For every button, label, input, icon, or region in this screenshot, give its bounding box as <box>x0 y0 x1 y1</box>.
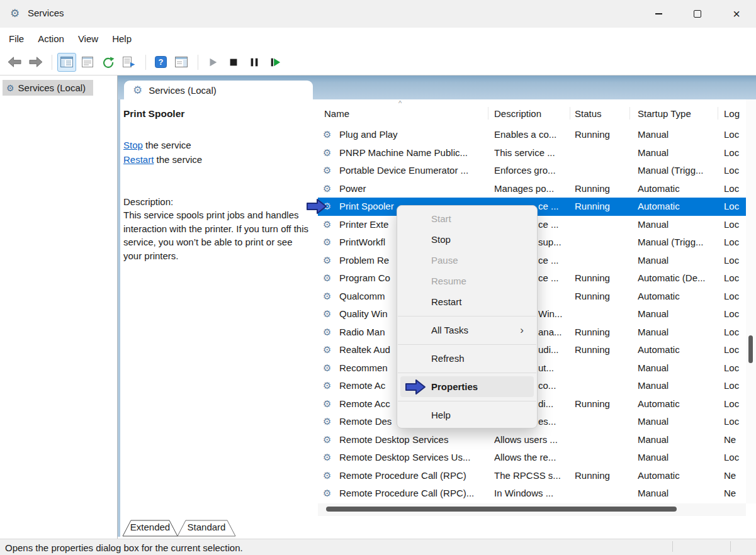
pause-service-button[interactable] <box>245 53 264 72</box>
service-row[interactable]: ⚙Plug and PlayEnables a co...RunningManu… <box>318 126 746 144</box>
vertical-scrollbar-thumb[interactable] <box>748 335 753 363</box>
context-menu-item-help[interactable]: Help <box>400 405 534 425</box>
console-tree-icon <box>60 57 73 67</box>
column-divider[interactable] <box>570 107 570 120</box>
show-hide-console-tree-button[interactable] <box>57 53 76 72</box>
service-status: Running <box>575 323 633 342</box>
column-divider[interactable] <box>718 107 718 120</box>
service-logon: Loc <box>724 323 748 342</box>
service-startup-type: Manual <box>638 431 721 449</box>
restart-service-button[interactable] <box>266 53 285 72</box>
gear-icon: ⚙ <box>323 395 331 413</box>
service-status <box>575 144 633 162</box>
menubar-item-action[interactable]: Action <box>31 33 71 44</box>
gear-icon: ⚙ <box>323 233 331 252</box>
column-header-log[interactable]: Log <box>724 99 740 125</box>
toolbar-divider <box>52 55 52 70</box>
properties-toolbar-button[interactable] <box>78 53 97 72</box>
service-status <box>575 485 633 503</box>
service-row[interactable]: ⚙PowerManages po...RunningAutomaticLoc <box>318 180 746 198</box>
service-description: Enables a co... <box>494 126 572 144</box>
action-pane-icon <box>175 57 188 67</box>
forward-arrow-icon <box>28 55 43 69</box>
column-divider[interactable] <box>488 107 488 120</box>
restart-service-link[interactable]: Restart <box>123 154 154 165</box>
forward-button[interactable] <box>26 53 45 72</box>
service-status <box>575 413 633 431</box>
tree-item-services-local[interactable]: ⚙ Services (Local) <box>3 80 93 96</box>
properties-window-icon <box>81 57 94 67</box>
service-row[interactable]: ⚙Remote Procedure Call (RPC)The RPCSS s.… <box>318 467 746 485</box>
service-startup-type: Manual (Trigg... <box>638 162 721 180</box>
service-logon: Loc <box>724 216 748 234</box>
main-header-title: Services (Local) <box>149 85 217 96</box>
service-startup-type: Automatic <box>638 288 721 306</box>
column-header-description[interactable]: Description <box>494 99 541 125</box>
tab-extended[interactable]: Extended <box>123 522 178 532</box>
gear-icon: ⚙ <box>323 252 331 270</box>
stop-icon <box>228 57 239 68</box>
service-startup-type: Manual <box>638 413 721 431</box>
gear-icon: ⚙ <box>323 449 331 467</box>
service-name: Plug and Play <box>339 126 490 144</box>
service-row[interactable]: ⚙Remote Desktop ServicesAllows users ...… <box>318 431 746 449</box>
column-divider[interactable] <box>629 107 630 120</box>
context-menu-item-all-tasks[interactable]: All Tasks› <box>400 320 534 340</box>
toolbar-divider <box>198 55 198 70</box>
service-startup-type: Automatic <box>638 180 721 198</box>
vertical-scrollbar[interactable] <box>746 99 756 503</box>
refresh-icon <box>102 57 115 68</box>
column-header-status[interactable]: Status <box>575 99 602 125</box>
context-menu-item-refresh[interactable]: Refresh <box>400 348 534 369</box>
menubar-item-view[interactable]: View <box>71 33 105 44</box>
gear-icon: ⚙ <box>323 467 331 485</box>
column-header-name[interactable]: Name <box>324 99 349 125</box>
maximize-button[interactable] <box>678 0 717 28</box>
context-menu-item-stop[interactable]: Stop <box>400 229 534 250</box>
service-status: Running <box>575 467 633 485</box>
service-startup-type: Manual <box>638 359 721 378</box>
tab-standard[interactable]: Standard <box>178 522 235 532</box>
minimize-button[interactable] <box>639 0 678 28</box>
column-header-startup-type[interactable]: Startup Type <box>638 99 691 125</box>
horizontal-scrollbar[interactable] <box>318 503 746 516</box>
service-description: Allows users ... <box>494 431 572 449</box>
service-status: Running <box>575 180 633 198</box>
refresh-button[interactable] <box>99 53 118 72</box>
gear-icon: ⚙ <box>323 162 331 180</box>
service-logon: Loc <box>724 144 748 162</box>
service-row[interactable]: ⚙Remote Procedure Call (RPC)...In Window… <box>318 485 746 503</box>
show-hide-action-pane-button[interactable] <box>172 53 191 72</box>
stop-service-link[interactable]: Stop <box>123 140 143 150</box>
service-status <box>575 431 633 449</box>
service-action-suffix: the service <box>154 154 202 165</box>
close-button[interactable]: × <box>717 0 756 28</box>
horizontal-scrollbar-thumb[interactable] <box>326 507 677 512</box>
service-description: Manages po... <box>494 180 572 198</box>
gear-icon: ⚙ <box>323 144 331 162</box>
menubar-item-file[interactable]: File <box>2 33 31 44</box>
services-header-icon: ⚙ <box>133 84 142 96</box>
stop-service-button[interactable] <box>224 53 243 72</box>
context-menu-item-resume: Resume <box>400 271 534 291</box>
service-description: In Windows ... <box>494 485 572 503</box>
restart-icon <box>269 57 281 68</box>
gear-icon: ⚙ <box>323 431 331 449</box>
service-name: Remote Desktop Services Us... <box>339 449 490 467</box>
service-row[interactable]: ⚙PNRP Machine Name Public...This service… <box>318 144 746 162</box>
context-menu-item-restart[interactable]: Restart <box>400 291 534 312</box>
service-action-line: Stop the service <box>123 140 202 154</box>
service-startup-type: Manual <box>638 144 721 162</box>
menubar-item-help[interactable]: Help <box>105 33 138 44</box>
service-startup-type: Manual <box>638 305 721 323</box>
help-button[interactable]: ? <box>151 53 170 72</box>
service-logon: Loc <box>724 341 748 359</box>
service-row[interactable]: ⚙Remote Desktop Services Us...Allows the… <box>318 449 746 467</box>
service-description: The RPCSS s... <box>494 467 572 485</box>
service-description: Enforces gro... <box>494 162 572 180</box>
gear-icon: ⚙ <box>323 126 331 144</box>
export-list-button[interactable] <box>120 53 138 72</box>
service-name: Power <box>339 180 490 198</box>
service-row[interactable]: ⚙Portable Device Enumerator ...Enforces … <box>318 162 746 180</box>
back-button[interactable] <box>5 53 24 72</box>
